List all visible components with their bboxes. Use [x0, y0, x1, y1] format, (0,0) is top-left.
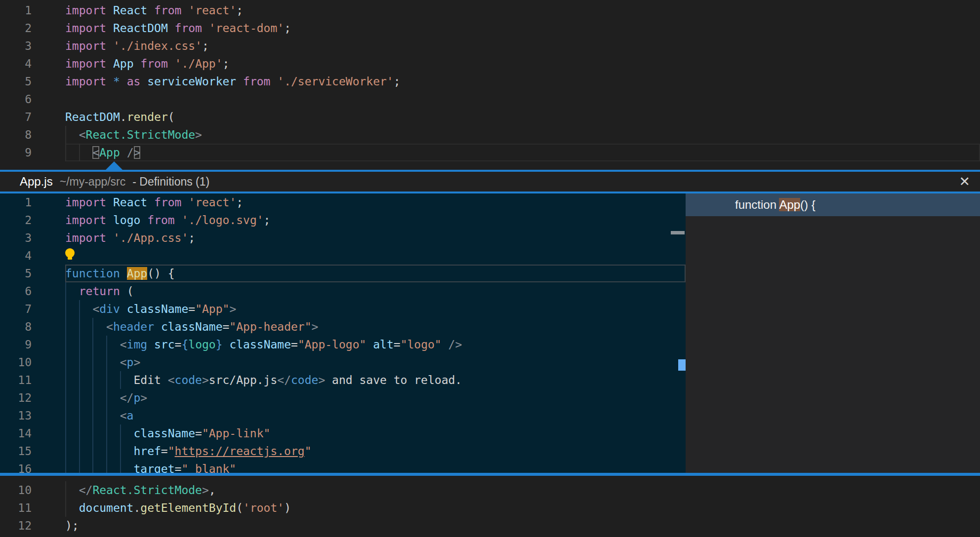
- close-icon[interactable]: ✕: [959, 175, 970, 189]
- code-token: [120, 146, 127, 159]
- indent-guide: [92, 371, 106, 389]
- indent-guide: [79, 371, 93, 389]
- code-token: import: [65, 75, 106, 88]
- code-token: [106, 57, 113, 70]
- code-token: './index.css': [113, 39, 202, 52]
- code-line[interactable]: 8<React.StrictMode>: [0, 126, 980, 144]
- code-line[interactable]: 4import App from './App';: [0, 55, 980, 73]
- code-line[interactable]: 9<App />: [0, 144, 980, 161]
- code-line-content[interactable]: return (: [65, 282, 686, 300]
- code-line[interactable]: 11Edit <code>src/App.js</code> and save …: [0, 371, 686, 389]
- code-token: <: [106, 320, 113, 333]
- code-line[interactable]: 13<a: [0, 407, 686, 424]
- code-line-content[interactable]: [65, 247, 686, 265]
- indent-guide: [79, 318, 93, 336]
- editor-top[interactable]: 1import React from 'react';2import React…: [0, 1, 980, 161]
- peek-editor[interactable]: 1import React from 'react';2import logo …: [0, 193, 686, 473]
- code-line-content[interactable]: href="https://reactjs.org": [65, 442, 686, 460]
- code-token: './logo.svg': [181, 214, 263, 227]
- code-token: div: [99, 303, 120, 315]
- code-token: ;: [394, 75, 401, 88]
- code-token: =: [161, 445, 168, 458]
- code-line-content[interactable]: import React from 'react';: [65, 193, 686, 211]
- code-line[interactable]: 10</React.StrictMode>,: [0, 481, 980, 499]
- code-line[interactable]: 7<div className="App">: [0, 300, 686, 318]
- code-line-content[interactable]: import React from 'react';: [65, 1, 980, 19]
- indent-guide: [65, 318, 79, 336]
- code-line-content[interactable]: target="_blank": [65, 460, 686, 473]
- definition-result-item[interactable]: function App() {: [686, 193, 980, 216]
- code-line[interactable]: 1import React from 'react';: [0, 1, 980, 19]
- line-number: 12: [0, 389, 32, 407]
- code-line[interactable]: 5function App() {: [0, 265, 686, 282]
- code-token: }: [216, 338, 223, 351]
- code-token: 'react': [188, 4, 236, 17]
- code-token: [223, 338, 230, 351]
- code-line[interactable]: 6return (: [0, 282, 686, 300]
- code-line-content[interactable]: <a: [65, 407, 686, 424]
- code-line[interactable]: 12</p>: [0, 389, 686, 407]
- code-line-content[interactable]: ReactDOM.render(: [65, 108, 980, 126]
- code-token: <: [168, 374, 175, 386]
- code-token: <: [92, 146, 99, 159]
- code-line-content[interactable]: className="App-link": [65, 424, 686, 442]
- code-line[interactable]: 14className="App-link": [0, 424, 686, 442]
- code-token: render: [127, 111, 168, 123]
- code-line[interactable]: 3import './index.css';: [0, 37, 980, 55]
- code-line-content[interactable]: <App />: [65, 144, 980, 161]
- peek-results-panel[interactable]: function App() {: [686, 193, 980, 473]
- code-line-content[interactable]: );: [65, 517, 980, 535]
- code-line[interactable]: 2import logo from './logo.svg';: [0, 211, 686, 229]
- code-token: import: [65, 214, 106, 227]
- code-token: </: [79, 484, 93, 497]
- code-token: from: [147, 196, 188, 209]
- code-token: App: [127, 267, 148, 280]
- code-line[interactable]: 5import * as serviceWorker from './servi…: [0, 73, 980, 90]
- code-line[interactable]: 15href="https://reactjs.org": [0, 442, 686, 460]
- line-number: 12: [0, 517, 32, 535]
- code-token: from: [134, 57, 175, 70]
- code-line-content[interactable]: import logo from './logo.svg';: [65, 211, 686, 229]
- code-line-content[interactable]: <img src={logo} className="App-logo" alt…: [65, 336, 686, 353]
- code-token: ;: [284, 22, 291, 35]
- line-number: 1: [0, 1, 32, 19]
- code-line[interactable]: 12);: [0, 517, 980, 535]
- code-line[interactable]: 1import React from 'react';: [0, 193, 686, 211]
- code-token: ": [305, 445, 312, 458]
- code-line-content[interactable]: import App from './App';: [65, 55, 980, 73]
- code-line[interactable]: 11document.getElementById('root'): [0, 499, 980, 517]
- code-line[interactable]: 4: [0, 247, 686, 265]
- code-token: target: [133, 462, 174, 473]
- code-line-content[interactable]: document.getElementById('root'): [65, 499, 980, 517]
- code-line-content[interactable]: </React.StrictMode>,: [65, 481, 980, 499]
- code-line[interactable]: 9<img src={logo} className="App-logo" al…: [0, 336, 686, 353]
- code-line[interactable]: 10<p>: [0, 353, 686, 371]
- code-line-content[interactable]: import './index.css';: [65, 37, 980, 55]
- code-line[interactable]: 16target="_blank": [0, 460, 686, 473]
- peek-meta: - Definitions (1): [132, 175, 209, 189]
- code-line-content[interactable]: function App() {: [65, 265, 686, 282]
- code-line-content[interactable]: import * as serviceWorker from './servic…: [65, 73, 980, 90]
- code-line-content[interactable]: import ReactDOM from 'react-dom';: [65, 19, 980, 37]
- code-line-content[interactable]: <div className="App">: [65, 300, 686, 318]
- code-line[interactable]: 8<header className="App-header">: [0, 318, 686, 336]
- peek-header: App.js ~/my-app/src - Definitions (1) ✕: [0, 172, 980, 192]
- lightbulb-icon[interactable]: [65, 248, 76, 263]
- code-line-content[interactable]: <header className="App-header">: [65, 318, 686, 336]
- code-line-content[interactable]: [65, 90, 980, 108]
- code-line[interactable]: 7ReactDOM.render(: [0, 108, 980, 126]
- indent-guide: [65, 282, 79, 300]
- line-number: 10: [0, 353, 32, 371]
- code-line-content[interactable]: <p>: [65, 353, 686, 371]
- code-token: [106, 4, 113, 17]
- code-line[interactable]: 6: [0, 90, 980, 108]
- code-line-content[interactable]: Edit <code>src/App.js</code> and save to…: [65, 371, 686, 389]
- indent-guide: [79, 336, 93, 353]
- editor-bottom[interactable]: 10</React.StrictMode>,11document.getElem…: [0, 476, 980, 535]
- line-number: 3: [0, 229, 32, 247]
- code-line[interactable]: 3import './App.css';: [0, 229, 686, 247]
- code-line-content[interactable]: import './App.css';: [65, 229, 686, 247]
- code-line[interactable]: 2import ReactDOM from 'react-dom';: [0, 19, 980, 37]
- code-line-content[interactable]: <React.StrictMode>: [65, 126, 980, 144]
- code-line-content[interactable]: </p>: [65, 389, 686, 407]
